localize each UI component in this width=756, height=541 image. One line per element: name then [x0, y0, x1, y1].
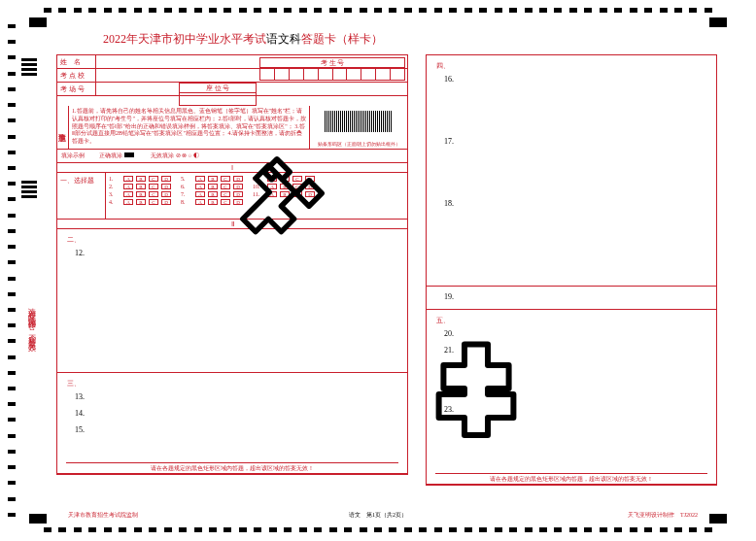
seat-label: 座 位 号: [180, 84, 256, 93]
q22-label: 22.: [444, 389, 706, 397]
info-box: 姓 名 考 点 校 考 场 号 考 生 号 座 位 号 注意事项 1.答题前，请…: [56, 54, 408, 163]
title-part1: 2022年天津市初中学业水平考试: [103, 32, 266, 46]
timing-marks-left: [8, 24, 16, 517]
answer-area-q20-23[interactable]: 五、 20. 21. 22. 23.: [427, 310, 716, 485]
fill-example: 填涂示例 正确填涂 无效填涂 ⊘ ⊗ ○ ◐: [57, 149, 407, 162]
bottom-right-info: 天飞亚明设计制作 TJ2022: [628, 511, 698, 520]
q13-label: 13.: [75, 392, 397, 401]
subsection-2-label: 二、: [67, 235, 397, 245]
filled-bubble-icon: [124, 152, 134, 157]
notice-text: 1.答题前，请先将自己的姓名等相关信息用黑色、蓝色钢笔（签字笔）填写在"姓名"栏…: [69, 106, 310, 149]
q20-label: 20.: [444, 329, 706, 338]
answer-sheet-page: 请勿在此区域内作答，否则答题无效 2022年天津市初中学业水平考试语文科答题卡（…: [0, 0, 756, 541]
q18-label: 18.: [444, 199, 706, 208]
answer-area-q19[interactable]: 19.: [427, 287, 716, 310]
barcode-note: 贴条形码区（正面朝上切勿贴出框外）: [315, 141, 402, 147]
corner-mark: [29, 17, 47, 27]
name-label: 姓 名: [57, 55, 96, 68]
barcode-icon: [325, 111, 393, 132]
barcode-area: 贴条形码区（正面朝上切勿贴出框外）: [310, 106, 407, 149]
timing-marks-bottom: [44, 527, 712, 533]
title-part2: 语文科: [266, 32, 301, 46]
section-2-header: Ⅱ: [57, 220, 407, 229]
corner-mark: [709, 17, 727, 27]
q14-label: 14.: [75, 409, 397, 418]
footer-warning-right: 请在各题规定的黑色矩形区域内答题，超出该区域的答案无效！: [435, 473, 707, 483]
section-2: Ⅱ 二、 12. 三、 13. 14. 15. 请在各题规定的黑色矩形区域内答题…: [56, 220, 408, 475]
subsection-5-label: 五、: [436, 316, 706, 325]
room-label: 考 场 号: [57, 83, 96, 95]
q12-label: 12.: [75, 249, 397, 257]
notice-area: 注意事项 1.答题前，请先将自己的姓名等相关信息用黑色、蓝色钢笔（签字笔）填写在…: [57, 106, 407, 149]
left-column: 姓 名 考 点 校 考 场 号 考 生 号 座 位 号 注意事项 1.答题前，请…: [56, 54, 408, 475]
q23-label: 23.: [444, 405, 706, 414]
title-part3: 答题卡（样卡）: [301, 32, 383, 46]
correct-fill-label: 正确填涂: [99, 152, 122, 158]
timing-marks-top: [44, 8, 712, 14]
fill-example-label: 填涂示例: [61, 152, 85, 160]
seat-number-box: 座 位 号: [179, 83, 257, 106]
q15-label: 15.: [75, 425, 397, 434]
subsection-4-label: 四、: [436, 61, 706, 71]
subsection-3-label: 三、: [67, 379, 397, 389]
answer-area-q16-18[interactable]: 四、 16. 17. 18.: [427, 55, 716, 287]
q16-label: 16.: [444, 75, 706, 84]
right-column: 四、 16. 17. 18. 19. 五、 20. 21. 22. 23. 请在…: [426, 54, 717, 486]
vertical-warning: 请勿在此区域内作答，否则答题无效: [25, 301, 36, 340]
answer-area-q13-15[interactable]: 三、 13. 14. 15.: [57, 373, 407, 474]
q21-label: 21.: [444, 346, 706, 355]
answer-area-q12[interactable]: 二、 12.: [57, 229, 407, 373]
q17-label: 17.: [444, 137, 706, 146]
choice-section-label: 一、选择题: [57, 173, 106, 220]
exam-number-box: 考 生 号: [259, 57, 405, 81]
exam-number-cells[interactable]: [260, 68, 404, 80]
footer-warning-left: 请在各题规定的黑色矩形区域内答题，超出该区域的答案无效！: [66, 462, 398, 472]
page-title: 2022年天津市初中学业水平考试语文科答题卡（样卡）: [58, 31, 428, 48]
exam-number-label: 考 生 号: [260, 58, 404, 68]
notice-label: 注意事项: [57, 106, 69, 149]
section-1: Ⅰ 一、选择题 1.ABCD2.ABCD3.ABCD4.ABCD5.ABCD6.…: [56, 163, 408, 220]
right-box: 四、 16. 17. 18. 19. 五、 20. 21. 22. 23. 请在…: [426, 54, 717, 486]
q19-label: 19.: [444, 292, 706, 301]
choice-grid[interactable]: 1.ABCD2.ABCD3.ABCD4.ABCD5.ABCD6.ABCD7.AB…: [106, 173, 407, 220]
site-label: 考 点 校: [57, 69, 96, 82]
sync-marks: [21, 58, 37, 198]
section-1-header: Ⅰ: [57, 163, 407, 173]
wrong-fill-label: 无效填涂: [151, 152, 174, 158]
